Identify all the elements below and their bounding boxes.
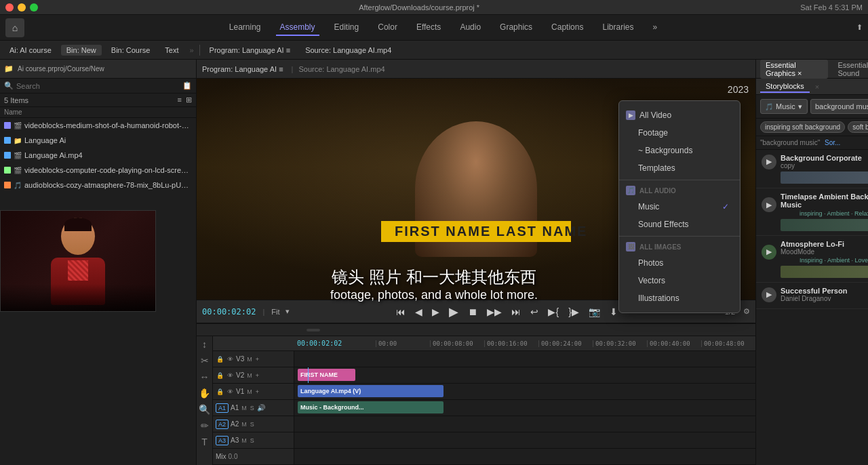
dropdown-sound-effects[interactable]: Sound Effects — [619, 216, 740, 233]
sort-label[interactable]: Sor... — [825, 139, 840, 146]
step-back-button[interactable]: ⏮ — [393, 305, 408, 319]
dropdown-footage[interactable]: Footage — [619, 124, 740, 142]
play-button[interactable]: ▶ — [446, 303, 461, 321]
dropdown-illustrations[interactable]: Illustrations — [619, 289, 740, 307]
mac-close-btn[interactable] — [5, 3, 14, 12]
track-add-v3[interactable]: + — [255, 356, 260, 363]
toolbar-tab-bin-new[interactable]: Bin: New — [61, 45, 102, 56]
timeline-tab-synthesis[interactable] — [218, 329, 232, 331]
track-content-v1[interactable]: Language AI.mp4 (V) — [294, 384, 755, 399]
result-3-play-button[interactable]: ▶ — [762, 245, 776, 260]
tool-hand[interactable]: ✋ — [199, 388, 210, 399]
tool-pen[interactable]: ✏ — [201, 420, 209, 431]
timeline-tab-psd[interactable] — [289, 329, 302, 331]
list-item[interactable]: 📁 Language Ai — [0, 133, 196, 148]
track-lock-v1[interactable]: 🔒 — [216, 388, 224, 395]
result-item-2[interactable]: ▶ Timelapse Ambient Background Study Mus… — [756, 188, 868, 236]
nav-tab-libraries[interactable]: Libraries — [598, 20, 637, 36]
track-solo-a3[interactable]: S — [250, 437, 255, 444]
list-item[interactable]: 🎵 audioblocks-cozy-atmasphere-78-mix_8bL… — [0, 178, 196, 193]
result-item-3[interactable]: ▶ Atmosphere Lo-Fi MoodMode Inspiring · … — [756, 236, 868, 283]
nav-tab-editing[interactable]: Editing — [330, 20, 363, 36]
storyblocks-tab[interactable]: Storyblocks — [760, 81, 810, 93]
track-content-a2[interactable] — [294, 416, 755, 432]
dropdown-vectors[interactable]: Vectors — [619, 272, 740, 289]
toolbar-tab-text[interactable]: Text — [159, 45, 184, 56]
clip-language-ai-video[interactable]: Language AI.mp4 (V) — [298, 385, 443, 397]
in-point-button[interactable]: ▶{ — [545, 305, 561, 319]
track-sync-v1[interactable]: M — [246, 388, 253, 395]
tool-arrow[interactable]: ↕ — [202, 339, 207, 350]
timeline-tab-overview[interactable] — [201, 329, 214, 331]
tool-slip[interactable]: ↔ — [200, 371, 210, 382]
track-content-v2[interactable]: FIRST NAME — [294, 367, 755, 383]
track-solo-a2[interactable]: S — [250, 421, 255, 428]
track-mute-a2[interactable]: M — [241, 421, 248, 428]
tool-type[interactable]: T — [201, 437, 208, 447]
track-content-v3[interactable] — [294, 351, 755, 367]
timeline-tab-summary[interactable] — [271, 329, 285, 331]
all-audio-group[interactable]: 🎵 All Audio — [619, 183, 740, 198]
source-monitor-tab[interactable]: Source: Language AI.mp4 — [300, 45, 397, 56]
track-lock-v3[interactable]: 🔒 — [216, 356, 224, 363]
track-visibility-v1[interactable]: 👁 — [226, 388, 234, 395]
nav-tab-graphics[interactable]: Graphics — [496, 20, 536, 36]
result-1-play-button[interactable]: ▶ — [762, 155, 776, 169]
nav-tab-learning[interactable]: Learning — [225, 20, 265, 36]
track-sync-v3[interactable]: M — [246, 356, 253, 363]
stop-button[interactable]: ⏹ — [465, 305, 480, 319]
app-logo[interactable]: ⌂ — [5, 18, 24, 37]
track-content-a3[interactable] — [294, 432, 755, 448]
filter-chip-2[interactable]: soft background music — [848, 121, 868, 133]
new-item-icon[interactable]: 📋 — [182, 81, 192, 90]
track-add-v1[interactable]: + — [255, 388, 260, 395]
list-item[interactable]: 🎬 videoblocks-medium-shot-of-a-humanoid-… — [0, 118, 196, 133]
clip-music-audio[interactable]: Music - Background... — [298, 401, 443, 413]
program-monitor-tab[interactable]: Program: Language AI ≡ — [204, 45, 296, 56]
out-point-button[interactable]: }▶ — [566, 305, 582, 319]
track-mute-a1[interactable]: M — [241, 405, 248, 411]
result-item-1[interactable]: ▶ Background Corporate copy 🔍 — [756, 150, 868, 188]
all-images-group[interactable]: 🖼 All Images — [619, 239, 740, 254]
nav-tab-color[interactable]: Color — [374, 20, 401, 36]
tool-razor[interactable]: ✂ — [201, 355, 209, 366]
sb-type-dropdown[interactable]: 🎵 Music ▾ — [760, 99, 808, 114]
prev-frame-button[interactable]: ◀ — [412, 305, 425, 319]
track-sync-v2[interactable]: M — [246, 372, 253, 379]
result-2-play-button[interactable]: ▶ — [762, 197, 776, 212]
filter-chip-1[interactable]: inspiring soft background — [760, 121, 845, 133]
dropdown-templates[interactable]: Templates — [619, 159, 740, 177]
nav-tab-captions[interactable]: Captions — [547, 20, 587, 36]
nav-tab-effects[interactable]: Effects — [412, 20, 445, 36]
track-mute-a3[interactable]: M — [241, 437, 248, 444]
essential-graphics-tab[interactable]: Essential Graphics × — [760, 60, 828, 79]
dropdown-backgrounds[interactable]: ~ Backgrounds — [619, 142, 740, 159]
result-item-4[interactable]: ▶ Successful Person Daniel Draganov — [756, 283, 868, 309]
tool-zoom[interactable]: 🔍 — [199, 404, 210, 415]
dropdown-photos[interactable]: Photos — [619, 254, 740, 272]
loop-button[interactable]: ↩ — [528, 305, 541, 319]
nav-tab-audio[interactable]: Audio — [456, 20, 485, 36]
clip-first-name[interactable]: FIRST NAME — [298, 369, 355, 381]
dropdown-all-video[interactable]: ▶ All Video — [619, 106, 740, 124]
result-4-play-button[interactable]: ▶ — [762, 287, 776, 302]
track-lock-v2[interactable]: 🔒 — [216, 372, 224, 379]
zoom-chevron[interactable]: ▾ — [285, 307, 290, 316]
track-solo-a1[interactable]: S — [250, 405, 255, 411]
track-visibility-v3[interactable]: 👁 — [226, 356, 234, 363]
track-content-mix[interactable] — [294, 449, 755, 464]
timeline-tab-generated[interactable] — [254, 329, 267, 331]
timeline-tab-date[interactable] — [236, 329, 250, 331]
camera-button[interactable]: 📷 — [586, 305, 603, 319]
toolbar-tab-ai[interactable]: Ai: AI course — [4, 45, 57, 56]
list-item[interactable]: 🎬 videoblocks-computer-code-playing-on-l… — [0, 163, 196, 178]
timeline-tab-language[interactable] — [307, 329, 320, 331]
list-item[interactable]: 🎬 Language Ai.mp4 — [0, 148, 196, 163]
track-visibility-v2[interactable]: 👁 — [226, 372, 234, 379]
grid-view-icon[interactable]: ⊞ — [186, 96, 192, 104]
mac-max-btn[interactable] — [30, 3, 38, 12]
step-forward-button[interactable]: ⏭ — [509, 305, 524, 319]
track-add-v2[interactable]: + — [255, 372, 260, 379]
settings-icon[interactable]: ⚙ — [743, 307, 750, 316]
track-content-a1[interactable]: Music - Background... — [294, 400, 755, 416]
